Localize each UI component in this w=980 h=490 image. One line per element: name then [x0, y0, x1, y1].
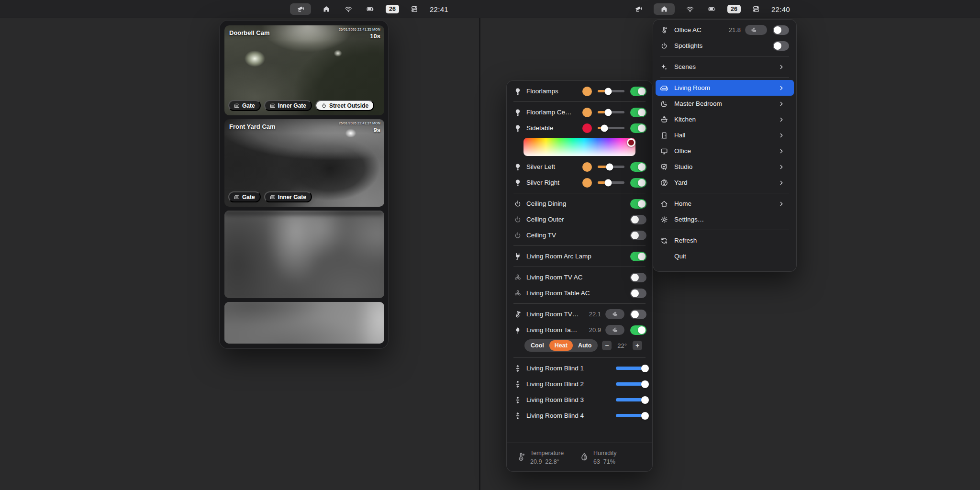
camera-button-inner-gate[interactable]: Inner Gate [264, 100, 312, 111]
toggle-off[interactable] [630, 273, 646, 282]
brightness-slider[interactable] [598, 127, 624, 129]
temperature-increase-button[interactable]: + [633, 341, 642, 350]
hvac-mode-heat[interactable]: Heat [549, 340, 573, 351]
toggle-off[interactable] [630, 289, 646, 298]
toggle-off[interactable] [773, 25, 789, 35]
device-row-silver-right: Silver Right [507, 175, 652, 190]
menu-item-studio[interactable]: Studio [656, 159, 794, 175]
brightness-slider[interactable] [598, 181, 624, 184]
fan-mode-button[interactable] [605, 325, 624, 335]
fan-mode-button[interactable] [605, 309, 624, 319]
thermometer-icon [516, 452, 526, 462]
camera-button-gate[interactable]: Gate [228, 100, 261, 111]
menu-item-office[interactable]: Office [656, 143, 794, 159]
toggle-on[interactable] [630, 178, 646, 188]
brightness-slider-knob[interactable] [601, 124, 608, 132]
menubar-input-badge[interactable]: 26 [386, 5, 399, 13]
toggle-off[interactable] [630, 215, 646, 224]
blind-position-slider[interactable] [616, 367, 646, 370]
menu-item-refresh[interactable]: Refresh [656, 233, 794, 248]
menu-item-home[interactable]: Home [656, 196, 794, 212]
toggle-off[interactable] [630, 231, 646, 240]
menu-item-living-room[interactable]: Living Room [656, 80, 794, 96]
color-dot[interactable] [582, 178, 592, 188]
menu-item-label: Office AC [674, 26, 702, 33]
menubar-clock[interactable]: 22:40 [771, 5, 790, 13]
blind-slider-knob[interactable] [641, 396, 649, 404]
camera-button-street-outside[interactable]: Street Outside [315, 100, 374, 111]
menubar-item-home[interactable] [654, 3, 675, 15]
menu-item-kitchen[interactable]: Kitchen [656, 111, 794, 127]
camera-tile-blurred-3[interactable] [224, 211, 384, 298]
menubar-input-badge[interactable]: 26 [727, 5, 741, 13]
toggle-on[interactable] [630, 199, 646, 209]
camera-tile-front-yard-cam[interactable]: Front Yard Cam26/01/2026 22:41:37 MON9sG… [224, 119, 384, 207]
wind-icon [751, 27, 761, 33]
menubar-item-camera[interactable] [290, 3, 311, 15]
color-dot[interactable] [582, 108, 592, 117]
menubar-item-toggles[interactable] [408, 3, 421, 15]
menubar-item-toggles[interactable] [749, 3, 763, 15]
temperature-decrease-button[interactable]: − [602, 341, 612, 350]
camera-tile-blurred-4[interactable] [224, 302, 384, 344]
menubar-item-camera[interactable] [632, 3, 645, 15]
brightness-slider[interactable] [598, 111, 624, 113]
menu-item-scenes[interactable]: Scenes [656, 59, 794, 75]
camera-button-gate[interactable]: Gate [228, 191, 261, 202]
toggle-on[interactable] [630, 325, 646, 335]
brightness-slider-knob[interactable] [605, 88, 612, 95]
device-row-living-room-arc-lamp: Living Room Arc Lamp [507, 248, 652, 264]
menu-item-spotlights[interactable]: Spotlights [656, 38, 794, 54]
hvac-mode-cool[interactable]: Cool [525, 340, 549, 351]
menu-item-master-bedroom[interactable]: Master Bedroom [656, 96, 794, 111]
toggle-on[interactable] [630, 123, 646, 133]
brightness-slider-knob[interactable] [605, 109, 612, 116]
menubar-clock[interactable]: 22:41 [430, 5, 448, 13]
blind-position-slider[interactable] [616, 382, 646, 386]
brightness-slider[interactable] [598, 90, 624, 92]
menubar-item-battery[interactable] [705, 3, 719, 15]
toggle-on[interactable] [630, 252, 646, 261]
toggle-on[interactable] [630, 162, 646, 172]
menu-item-yard[interactable]: Yard [656, 175, 794, 190]
toggle-knob [638, 326, 646, 334]
camera-button-inner-gate[interactable]: Inner Gate [264, 191, 312, 202]
color-dot[interactable] [582, 123, 592, 133]
menu-item-quit[interactable]: Quit [656, 248, 794, 264]
temperature-stat: Temperature20.9–22.8° [516, 448, 579, 466]
hvac-mode-auto[interactable]: Auto [573, 340, 597, 351]
device-row-floorlamp-ce: Floorlamp Ce… [507, 104, 652, 120]
camera-tile-doorbell-cam[interactable]: Doorbell Cam26/01/2026 22:41:35 MON10sGa… [224, 25, 384, 115]
menu-item-hall[interactable]: Hall [656, 127, 794, 143]
thermometer-icon [660, 26, 671, 34]
brightness-slider-knob[interactable] [606, 163, 613, 170]
toggle-off[interactable] [773, 41, 789, 51]
brightness-slider-knob[interactable] [605, 179, 612, 186]
device-label: Sidetable [526, 124, 553, 132]
color-gradient-selector[interactable] [627, 138, 635, 147]
color-gradient-picker[interactable] [523, 138, 635, 156]
toggle-on[interactable] [630, 108, 646, 117]
blind-slider-knob[interactable] [641, 380, 649, 388]
toggle-knob [774, 26, 781, 34]
toggle-off[interactable] [630, 310, 646, 319]
easel-icon [660, 163, 671, 171]
toggles-icon [752, 5, 760, 13]
menubar-item-wifi[interactable] [683, 3, 697, 15]
menu-item-office-ac[interactable]: Office AC21.8 [656, 22, 794, 38]
camera-stream-age: 9s [374, 126, 380, 134]
blind-slider-knob[interactable] [641, 412, 649, 420]
blind-position-slider[interactable] [616, 398, 646, 401]
menubar-item-home[interactable] [320, 3, 333, 15]
color-dot[interactable] [582, 162, 592, 172]
brightness-slider[interactable] [598, 166, 624, 168]
fan-mode-button[interactable] [745, 25, 767, 35]
menubar-item-battery[interactable] [364, 3, 377, 15]
blind-position-slider[interactable] [616, 414, 646, 417]
blind-slider-knob[interactable] [641, 365, 649, 372]
menu-item-settings[interactable]: Settings… [656, 212, 794, 227]
hvac-mode-segmented-control[interactable]: CoolHeatAuto [524, 339, 598, 352]
menubar-item-wifi[interactable] [342, 3, 355, 15]
toggle-on[interactable] [630, 87, 646, 96]
color-dot[interactable] [582, 87, 592, 96]
